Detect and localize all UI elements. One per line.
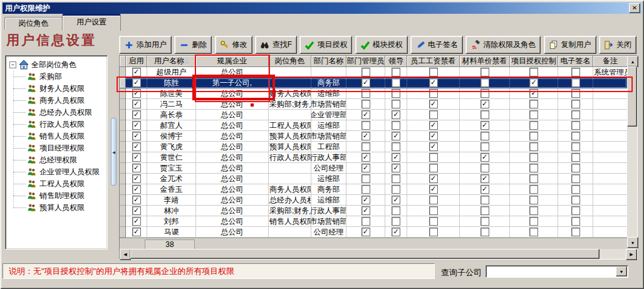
checkbox-salary_hidden[interactable]: ✓ [429,78,438,87]
checkbox-price_hidden[interactable]: ✓ [480,153,489,162]
checkbox-salary_hidden[interactable] [429,89,438,98]
checkbox-dept_admin[interactable]: ✓ [361,164,370,172]
checkbox-leader[interactable] [392,100,400,108]
checkbox-salary_hidden[interactable] [429,206,438,215]
checkbox-enabled[interactable]: ✓ [132,185,141,194]
checkbox-dept_admin[interactable]: ✓ [361,153,370,162]
checkbox-price_hidden[interactable] [480,132,489,140]
table-row[interactable]: ✓黄世仁总公司行政人员权限行政人事部✓✓✓ [120,152,627,163]
checkbox-price_hidden[interactable]: ✓ [480,121,489,130]
checkbox-price_hidden[interactable] [480,206,489,215]
checkbox-enabled[interactable]: ✓ [132,132,141,140]
checkbox-project_auth[interactable]: ✓ [529,89,538,98]
column-header-dept[interactable]: 部门名称 [311,56,346,67]
checkbox-dept_admin[interactable]: ✓ [361,132,370,140]
splitter-collapse-handle[interactable]: ◀ [111,118,117,186]
checkbox-salary_hidden[interactable]: ✓ [429,185,438,194]
checkbox-salary_hidden[interactable] [429,110,438,119]
column-header-price_hidden[interactable]: 材料单价禁看 [460,56,510,67]
checkbox-dept_admin[interactable] [361,142,370,151]
checkbox-project_auth[interactable] [529,174,538,183]
checkbox-enabled[interactable]: ✓ [132,100,141,108]
checkbox-project_auth[interactable]: ✓ [529,78,538,87]
tree-item[interactable]: 采购部 [6,71,107,83]
toolbar-button-clear-perms[interactable]: 清除权限及角色 [465,36,541,54]
checkbox-leader[interactable]: ✓ [392,228,400,236]
checkbox-salary_hidden[interactable]: ✓ [429,142,438,151]
checkbox-price_hidden[interactable] [480,164,489,172]
checkbox-enabled[interactable]: ✓ [132,78,141,87]
checkbox-enabled[interactable]: ✓ [132,110,141,119]
checkbox-price_hidden[interactable] [480,110,489,119]
tree-item[interactable]: 行政人员权限 [6,118,107,130]
table-row[interactable]: ✓马谡总公司公司经理✓✓ [120,227,627,238]
table-row[interactable]: ✓冯二马总公司采购部;财务人员权限市场营销部✓✓ [120,99,627,110]
checkbox-price_hidden[interactable] [480,142,489,151]
combobox-dropdown-icon[interactable]: ▼ [616,266,627,276]
checkbox-esign[interactable] [571,110,580,119]
checkbox-enabled[interactable]: ✓ [132,174,141,183]
checkbox-leader[interactable] [392,68,400,76]
tree-item[interactable]: 商务人员权限 [6,95,107,107]
table-row[interactable]: ✓金兀术总公司运维部✓✓ [120,174,627,184]
checkbox-enabled[interactable]: ✓ [132,228,141,236]
checkbox-project_auth[interactable] [529,153,538,162]
checkbox-price_hidden[interactable]: ✓ [480,100,489,108]
close-icon[interactable]: ✕ [629,3,640,13]
checkbox-leader[interactable] [392,174,400,183]
toolbar-button-delete[interactable]: 删除 [174,36,212,54]
checkbox-esign[interactable] [571,164,580,172]
checkbox-project_auth[interactable] [529,164,538,172]
checkbox-project_auth[interactable] [529,217,538,226]
tree-item[interactable]: 工程人员权限 [6,178,107,190]
column-header-esign[interactable]: 电子签名 [558,56,593,67]
checkbox-project_auth[interactable] [529,206,538,215]
checkbox-salary_hidden[interactable]: ✓ [429,121,438,130]
toolbar-button-find[interactable]: 查找F [255,36,297,54]
checkbox-leader[interactable] [392,142,400,151]
checkbox-project_auth[interactable] [529,196,538,204]
table-row[interactable]: ✓刘邦总公司销售人员权限市场营销部 [120,216,627,227]
checkbox-leader[interactable]: ✓ [392,196,400,204]
toolbar-button-add-user[interactable]: 添加用户 [119,36,172,54]
horizontal-scroll-thumb[interactable] [130,249,600,259]
checkbox-dept_admin[interactable] [361,174,370,183]
checkbox-dept_admin[interactable] [361,100,370,108]
toolbar-button-esign[interactable]: 电子签名 [410,36,463,54]
checkbox-enabled[interactable]: ✓ [132,153,141,162]
checkbox-esign[interactable] [571,206,580,215]
collapse-icon[interactable]: − [9,61,16,68]
tree-item[interactable]: 总经理权限 [6,154,107,166]
checkbox-esign[interactable] [571,153,580,162]
checkbox-dept_admin[interactable] [361,89,370,98]
checkbox-dept_admin[interactable] [361,185,370,194]
checkbox-price_hidden[interactable]: ✓ [480,174,489,183]
checkbox-project_auth[interactable] [529,132,538,140]
checkbox-project_auth[interactable] [529,100,538,108]
checkbox-price_hidden[interactable] [480,68,489,76]
column-header-remark[interactable]: 备注 [593,56,627,67]
checkbox-project_auth[interactable] [529,110,538,119]
table-row[interactable]: ✓金香玉总公司商务人员权限商务部✓✓ [120,184,627,195]
column-header-salary_hidden[interactable]: 员工工资禁看 [407,56,460,67]
scroll-left-icon[interactable]: ◀ [120,249,131,260]
tree-item[interactable]: 预算人员权限 [6,202,107,214]
table-row[interactable]: ✓林冲总公司采购部;财务人员权限行政人事部✓ [120,206,627,216]
checkbox-esign[interactable] [571,132,580,140]
checkbox-leader[interactable]: ✓ [392,132,400,140]
scroll-up-icon[interactable]: ▲ [627,56,638,67]
checkbox-enabled[interactable]: ✓ [132,196,141,204]
query-subsidiary-combobox[interactable]: ▼ [486,265,628,278]
tree-item[interactable]: 财务人员权限 [6,83,107,95]
checkbox-leader[interactable] [392,185,400,194]
checkbox-leader[interactable]: ✓ [392,153,400,162]
checkbox-esign[interactable] [571,217,580,226]
checkbox-price_hidden[interactable] [480,217,489,226]
checkbox-project_auth[interactable] [529,228,538,236]
tree-item[interactable]: 项目经理权限 [6,142,107,154]
checkbox-enabled[interactable]: ✓ [132,206,141,215]
checkbox-esign[interactable] [571,174,580,183]
query-subsidiary-input[interactable] [487,267,616,276]
checkbox-salary_hidden[interactable] [429,68,438,76]
vertical-scroll-thumb[interactable] [627,66,637,127]
